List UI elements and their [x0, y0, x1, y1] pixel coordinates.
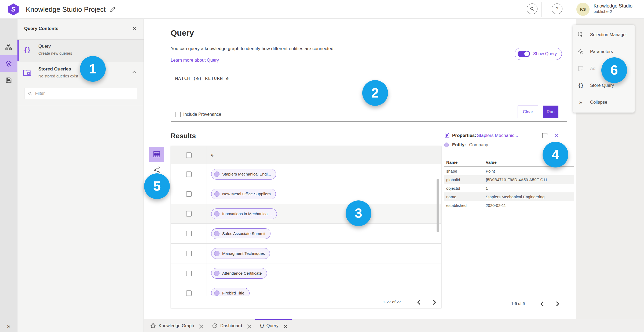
- tab-label: Dashboard: [220, 323, 242, 328]
- tab-dashboard[interactable]: Dashboard: [207, 319, 255, 332]
- search-button[interactable]: [527, 3, 537, 14]
- menu-item-selection-manager[interactable]: Selection Manager: [573, 26, 635, 43]
- previous-page-icon[interactable]: [539, 300, 546, 307]
- entity-pill[interactable]: Innovations in Mechanical...: [211, 208, 277, 219]
- row-checkbox[interactable]: [186, 171, 192, 177]
- annotation-badge-4: 4: [543, 142, 568, 167]
- annotation-badge-1: 1: [80, 56, 106, 82]
- close-panel-icon[interactable]: [132, 26, 137, 31]
- entity-pill-label: Managment Techniques: [222, 251, 265, 256]
- include-provenance-row[interactable]: Include Provenance: [175, 112, 221, 117]
- row-checkbox[interactable]: [186, 191, 192, 197]
- property-value: Staplers Mechanical Engineering: [486, 195, 574, 199]
- include-provenance-label: Include Provenance: [183, 112, 221, 117]
- previous-page-icon[interactable]: [416, 299, 423, 306]
- learn-more-link[interactable]: Learn more about Query: [171, 58, 219, 63]
- next-page-icon[interactable]: [431, 299, 438, 306]
- properties-entity-link[interactable]: Staplers Mechanic...: [477, 133, 518, 138]
- row-checkbox[interactable]: [186, 290, 192, 296]
- menu-item-label: Parameters: [590, 49, 613, 54]
- entity-dot-icon: [214, 290, 219, 296]
- layers-rail-button[interactable]: [0, 55, 17, 72]
- table-row[interactable]: Attendance Certificate: [171, 263, 441, 283]
- entity-pill[interactable]: Managment Techniques: [211, 248, 270, 259]
- sidebar-item-query[interactable]: Query Create new queries: [17, 40, 144, 62]
- filter-input[interactable]: [35, 91, 134, 96]
- entity-dot-icon: [214, 251, 219, 256]
- table-scrollbar[interactable]: [437, 179, 439, 232]
- property-row[interactable]: shape Point: [444, 167, 574, 175]
- property-name: objectid: [444, 186, 486, 191]
- properties-pagination: 1-5 of 5: [496, 298, 569, 308]
- close-tab-icon[interactable]: [198, 324, 202, 328]
- property-row[interactable]: globalid {5D9B4713-F98D-4A53-A59F-C11...: [444, 175, 574, 184]
- account-info[interactable]: Knowledge Studio publisher2: [594, 3, 632, 14]
- help-button[interactable]: ?: [552, 3, 562, 14]
- page-title: Query: [171, 28, 194, 38]
- menu-item-collapse[interactable]: Collapse: [573, 94, 635, 111]
- braces-icon: [578, 83, 584, 88]
- add-to-new-icon: [578, 66, 584, 72]
- filter-search-icon: [28, 91, 32, 96]
- table-row[interactable]: Staplers Mechanical Engi...: [171, 164, 441, 184]
- next-page-icon[interactable]: [554, 300, 561, 307]
- panel-divider: [17, 105, 144, 105]
- property-value: 1: [486, 186, 574, 191]
- annotation-badge-6: 6: [601, 57, 627, 83]
- table-row[interactable]: Sales Associate Summit: [171, 224, 441, 244]
- braces-icon: [24, 46, 30, 54]
- clear-button[interactable]: Clear: [518, 106, 538, 118]
- project-title: Knowledge Studio Project: [26, 5, 106, 14]
- run-button[interactable]: Run: [543, 106, 558, 118]
- table-view-button[interactable]: [149, 147, 164, 162]
- property-row[interactable]: name Staplers Mechanical Engineering: [444, 192, 574, 201]
- add-to-new-window-icon[interactable]: [541, 132, 548, 139]
- table-row[interactable]: Innovations in Mechanical...: [171, 204, 441, 224]
- toggle-knob: [524, 51, 529, 56]
- knowledge-studio-logo-icon[interactable]: S: [8, 3, 19, 15]
- include-provenance-checkbox[interactable]: [175, 112, 181, 117]
- expand-rail-icon[interactable]: [0, 323, 17, 330]
- table-row[interactable]: New Metal Office Suppliers: [171, 184, 441, 204]
- entity-dot-icon: [214, 191, 219, 197]
- row-checkbox[interactable]: [186, 211, 192, 217]
- double-chevron-icon: [578, 99, 584, 105]
- entity-pill-label: Staplers Mechanical Engi...: [222, 172, 271, 176]
- stored-queries-filter[interactable]: [24, 88, 137, 99]
- row-checkbox[interactable]: [186, 251, 192, 256]
- bottom-tab-bar: Knowledge Graph Dashboard Query: [144, 319, 644, 332]
- close-properties-icon[interactable]: [554, 133, 559, 138]
- results-pagination: 1-27 of 27: [171, 296, 441, 308]
- user-avatar[interactable]: KS: [576, 3, 590, 16]
- property-row[interactable]: established 2020-02-11: [444, 201, 574, 210]
- query-code[interactable]: MATCH (e) RETURN e: [175, 76, 229, 81]
- hierarchy-rail-button[interactable]: [0, 39, 17, 55]
- tab-knowledge-graph[interactable]: Knowledge Graph: [145, 319, 207, 332]
- property-value: 2020-02-11: [486, 203, 574, 208]
- table-row[interactable]: Firebird Title: [171, 283, 441, 296]
- menu-item-parameters[interactable]: Parameters: [573, 43, 635, 60]
- entity-pill[interactable]: Firebird Title: [211, 288, 250, 297]
- entity-pill[interactable]: Attendance Certificate: [211, 268, 267, 279]
- show-query-toggle[interactable]: Show Query: [515, 48, 562, 60]
- knowledge-studio-app: S Knowledge Studio Project ? KS Knowledg…: [0, 0, 644, 332]
- close-tab-icon[interactable]: [246, 324, 250, 328]
- menu-item-label: Store Query: [590, 83, 614, 88]
- menu-item-store-query[interactable]: Store Query: [573, 77, 635, 94]
- row-checkbox[interactable]: [186, 231, 192, 236]
- entity-pill[interactable]: Sales Associate Summit: [211, 228, 270, 239]
- tab-query[interactable]: Query: [255, 319, 292, 332]
- chevron-up-icon[interactable]: [132, 70, 137, 75]
- close-tab-icon[interactable]: [283, 324, 287, 328]
- row-checkbox[interactable]: [186, 271, 192, 276]
- property-row[interactable]: objectid 1: [444, 184, 574, 192]
- save-rail-button[interactable]: [0, 72, 17, 88]
- menu-item-label: Collapse: [590, 100, 607, 105]
- entity-dot-icon: [214, 271, 219, 276]
- table-row[interactable]: Managment Techniques: [171, 244, 441, 263]
- select-all-checkbox[interactable]: [186, 152, 192, 158]
- entity-pill[interactable]: New Metal Office Suppliers: [211, 189, 276, 199]
- stored-queries-title: Stored Queries: [38, 66, 71, 72]
- entity-pill[interactable]: Staplers Mechanical Engi...: [211, 169, 276, 180]
- edit-title-pencil-icon[interactable]: [109, 6, 116, 13]
